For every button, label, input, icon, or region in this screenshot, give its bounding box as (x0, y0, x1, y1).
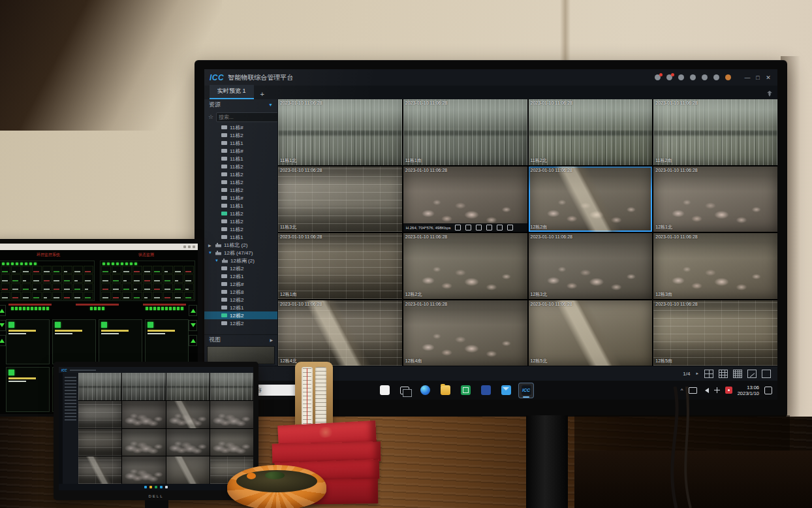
video-cell-9[interactable]: 2023-01-10 11:06:2812栋1南 (278, 233, 402, 299)
arrow-down-button[interactable] (189, 320, 197, 331)
video-cell-12[interactable]: 2023-01-10 11:06:2812栋3南 (653, 233, 777, 299)
resource-section-header[interactable]: 资源 ▼ (204, 99, 277, 110)
arrow-up-button[interactable] (0, 335, 6, 346)
next-page-icon[interactable]: ▸ (696, 371, 698, 376)
tree-camera-item[interactable]: 11栋1 (204, 139, 277, 147)
volume-icon[interactable] (455, 225, 461, 230)
globe-icon[interactable] (713, 74, 719, 80)
record-icon[interactable] (476, 225, 482, 230)
bell-icon[interactable] (666, 74, 672, 80)
led-dot (31, 307, 33, 310)
grid-4x4-icon[interactable] (733, 370, 742, 378)
device-value-bar (148, 330, 175, 332)
video-cell-14[interactable]: 2023-01-10 11:06:2812栋4南 (403, 300, 527, 366)
led-dot (7, 262, 9, 265)
mini-video-cell-15 (166, 456, 210, 484)
arrow-up-button[interactable] (189, 335, 197, 346)
video-cell-15[interactable]: 2023-01-10 11:06:2812栋5北 (529, 300, 653, 366)
mic-icon[interactable] (465, 225, 471, 230)
scada-cell (84, 266, 93, 274)
taskbar-app-edge[interactable] (417, 383, 433, 398)
taskbar-app-excel[interactable] (458, 383, 473, 398)
tree-camera-item[interactable]: 12栋# (204, 280, 277, 288)
maximize-button[interactable]: □ (754, 74, 762, 81)
tree-camera-item[interactable]: 12栋8 (204, 288, 277, 296)
video-cell-2[interactable]: 2023-01-10 11:06:2811栋1南 (403, 99, 527, 165)
tree-camera-item[interactable]: 11栋1 (204, 155, 277, 163)
minimize-button[interactable]: — (743, 74, 751, 81)
avatar-icon[interactable] (725, 74, 731, 80)
tree-camera-item[interactable]: 12栋2 (204, 264, 277, 272)
scada-led-strips (0, 304, 195, 317)
camera-search-input[interactable] (219, 114, 278, 120)
close-icon[interactable] (507, 225, 513, 230)
snapshot-icon[interactable] (486, 225, 492, 230)
video-cell-6[interactable]: 2023-01-10 11:06:2811栋3南 工作通道H.264, 704*… (403, 167, 527, 232)
tree-camera-item[interactable]: 11栋2 (204, 210, 277, 217)
scada-cell-value (113, 271, 116, 272)
tree-camera-item[interactable]: 12栋2 (204, 296, 277, 304)
taskbar-app-mail[interactable] (498, 383, 514, 398)
tree-item-label: 11栋1 (230, 234, 243, 241)
tree-camera-item[interactable]: 11栋# (204, 194, 277, 202)
tree-camera-item[interactable]: 12栋2 (204, 311, 277, 319)
tree-camera-item[interactable]: 11栋2 (204, 186, 277, 194)
pin-icon[interactable] (767, 91, 772, 97)
notification-center-icon[interactable] (764, 387, 772, 394)
zoom-icon[interactable] (497, 225, 503, 230)
tree-camera-item[interactable]: 11栋2 (204, 217, 277, 225)
close-button[interactable]: ✕ (764, 74, 772, 81)
tab-live-preview[interactable]: 实时预览 1 (210, 85, 254, 99)
tree-camera-item[interactable]: 12栋1 (204, 304, 277, 311)
tree-camera-item[interactable]: 12栋1 (204, 272, 277, 280)
video-cell-1[interactable]: 2023-01-10 11:06:2811栋1北 (278, 99, 402, 165)
led-dot (146, 307, 148, 310)
tree-camera-item[interactable]: 11栋2 (204, 131, 277, 139)
arrow-down-button[interactable] (0, 320, 6, 331)
video-cell-10[interactable]: 2023-01-10 11:06:2812栋2北 (403, 233, 527, 299)
video-cell-5[interactable]: 2023-01-10 11:06:2811栋3北 (278, 167, 402, 232)
add-tab-button[interactable]: + (254, 89, 271, 99)
download-icon[interactable] (690, 74, 696, 80)
views-section-header[interactable]: 视图 ▶ (204, 334, 277, 345)
taskbar-app-task-view[interactable] (397, 383, 413, 398)
video-cell-3[interactable]: 2023-01-10 11:06:2811栋2北 (529, 99, 653, 165)
favorites-icon[interactable]: ☆ (208, 114, 213, 120)
tree-camera-item[interactable]: 11栋# (204, 123, 277, 131)
tree-camera-item[interactable]: 11栋# (204, 147, 277, 155)
tree-group-item[interactable]: ▼12栋 (47/47) (204, 249, 277, 257)
fullscreen-icon[interactable] (762, 370, 771, 378)
grid-3x3-icon[interactable] (719, 370, 728, 378)
taskbar-app-widgets[interactable] (377, 383, 392, 398)
scada-cell (153, 283, 163, 291)
video-cell-8[interactable]: 2023-01-10 11:06:2812栋1北 (653, 167, 777, 232)
video-cell-16[interactable]: 2023-01-10 11:06:2812栋5南 (653, 300, 777, 366)
arrow-up-button[interactable] (0, 305, 6, 316)
tree-camera-item[interactable]: 11栋1 (204, 233, 277, 241)
taskbar-app-icc[interactable]: ICC (518, 383, 534, 398)
tree-group-item[interactable]: ▶11栋北 (2) (204, 241, 277, 249)
taskbar-app-office[interactable] (478, 383, 493, 398)
taskbar-app-file-explorer[interactable] (437, 383, 453, 398)
tree-camera-item[interactable]: 12栋2 (204, 319, 277, 327)
tree-camera-item[interactable]: 11栋2 (204, 163, 277, 170)
video-cell-7[interactable]: 2023-01-10 11:06:2812栋2南 (529, 167, 653, 232)
user-icon[interactable] (678, 74, 684, 80)
video-cell-4[interactable]: 2023-01-10 11:06:2811栋2南 (653, 99, 777, 165)
tree-camera-item[interactable]: 11栋2 (204, 170, 277, 178)
tree-camera-item[interactable]: 11栋1 (204, 202, 277, 210)
custom-layout-icon[interactable] (747, 370, 757, 378)
timestamp-overlay: 2023-01-10 11:06:28 (655, 302, 697, 306)
gear-icon[interactable] (702, 74, 708, 80)
grid-2x2-icon[interactable] (704, 370, 713, 378)
tree-group-item[interactable]: ▼12栋南 (2) (204, 257, 277, 264)
screen-share-icon[interactable] (655, 74, 661, 80)
mini-icc-logo: ICC (61, 368, 67, 372)
camera-search-box[interactable] (216, 112, 278, 122)
arrow-up-button[interactable] (189, 305, 197, 316)
scada-led-strip-group (0, 304, 61, 310)
tree-camera-item[interactable]: 11栋2 (204, 225, 277, 233)
video-cell-11[interactable]: 2023-01-10 11:06:2812栋3北 (529, 233, 653, 299)
tree-camera-item[interactable]: 11栋2 (204, 178, 277, 186)
video-cell-13[interactable]: 2023-01-10 11:06:2812栋4北 (278, 300, 402, 366)
